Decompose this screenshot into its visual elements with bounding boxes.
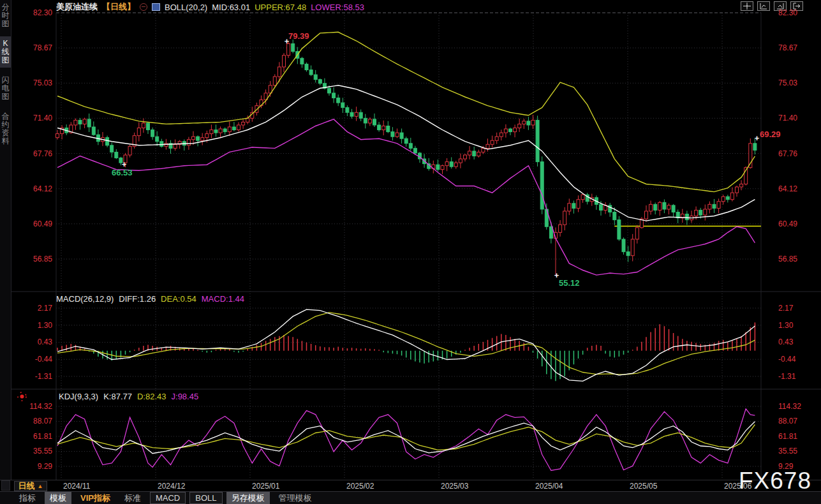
candle-up (355, 112, 358, 116)
candle-up (205, 134, 209, 138)
crosshair-tool-button[interactable] (741, 1, 753, 11)
kdj-marker-icon[interactable] (17, 391, 27, 402)
candle-up (531, 120, 535, 125)
bottom-tab[interactable]: VIP指标 (75, 492, 115, 504)
period-arrow-icon: ▲ (38, 483, 43, 489)
kdj-d-line (57, 425, 755, 450)
candle-down (214, 130, 218, 133)
candle-down (337, 98, 340, 103)
indicator-chart-icon[interactable] (152, 3, 160, 11)
bottom-tab-bar: 指标模板VIP指标标准MACDBOLL另存模板管理模板 (0, 491, 821, 504)
price-axis-label-right: 71.40 (778, 114, 813, 122)
price-axis-label-left: 56.85 (19, 255, 52, 263)
candle-up (464, 155, 467, 159)
bottom-tab[interactable]: BOLL (189, 492, 222, 504)
candle-up (504, 129, 507, 133)
bottom-tab[interactable]: 管理模板 (274, 492, 317, 504)
kdj-axis-label-left: 35.55 (19, 447, 52, 456)
candle-up (396, 133, 399, 137)
price-axis-label-right: 67.76 (778, 149, 813, 158)
candle-down (359, 112, 362, 118)
apr-low-cross-marker: + (553, 271, 560, 280)
candle-up (721, 196, 725, 202)
macd-axis-label-right: 0.43 (778, 337, 813, 346)
period-tag: 【日线】 (102, 1, 135, 13)
candle-down (314, 75, 317, 80)
candle-up (283, 56, 286, 67)
candle-up (459, 159, 462, 163)
macd-panel-header: MACD(26,12,9) DIFF:1.26 DEA:0.54 MACD:1.… (56, 294, 244, 304)
month-label: 2025/05 (630, 482, 657, 491)
candle-down (341, 103, 344, 108)
candle-up (468, 151, 471, 155)
macd-axis-label-right: -0.44 (778, 355, 813, 364)
price-axis-label-right: 78.67 (778, 43, 813, 52)
bottom-tab[interactable]: 另存模板 (226, 492, 270, 504)
candle-down (87, 119, 91, 127)
candle-up (704, 209, 707, 215)
candle-down (160, 142, 163, 147)
bottom-tab[interactable]: 标准 (119, 492, 146, 504)
candle-down (350, 112, 353, 116)
period-label: 日线 (18, 480, 35, 492)
candle-up (83, 119, 86, 124)
candle-up (56, 134, 59, 138)
symbol-name: 美原油连续 (56, 1, 98, 13)
candle-up (368, 119, 371, 123)
candle-down (400, 133, 403, 138)
candle-up (137, 128, 140, 136)
scale-left-button[interactable] (757, 1, 770, 11)
kdj-axis-label-left: 88.07 (19, 417, 52, 426)
price-axis-label-right: 82.30 (778, 8, 813, 17)
price-axis-label-left: 60.49 (19, 219, 52, 228)
sidebar-item-chart-type[interactable]: 合约资料 (0, 109, 11, 149)
price-axis-label-left: 67.76 (19, 149, 52, 158)
candle-up (454, 163, 457, 167)
kdj-axis-label-left: 61.81 (19, 432, 52, 441)
candle-down (622, 239, 625, 252)
boll-mid-line (57, 85, 755, 221)
period-selector[interactable]: 日线 ▲ (14, 481, 47, 491)
month-label: 2025/04 (535, 482, 563, 491)
kdj-axis-label-right: 35.55 (778, 447, 813, 456)
candle-down (78, 120, 82, 124)
sidebar-item-chart-type[interactable]: 闪电图 (0, 73, 11, 104)
bottom-tab[interactable]: 模板 (45, 492, 71, 504)
candle-up (499, 133, 503, 137)
candle-down (450, 162, 453, 167)
candle-down (232, 127, 235, 130)
price-axis-label-right: 60.49 (778, 219, 813, 228)
candle-up (187, 140, 190, 145)
candle-down (106, 138, 109, 145)
candle-up (736, 187, 739, 193)
candle-up (559, 225, 562, 232)
kdj-title: KDJ(9,3,3) (59, 392, 98, 401)
candle-down (685, 214, 688, 220)
candle-down (404, 138, 408, 144)
bottom-tab[interactable]: MACD (150, 492, 186, 504)
bottom-tab[interactable]: 指标 (14, 492, 41, 504)
chart-canvas[interactable] (0, 0, 821, 504)
boll-mid-value: MID:63.01 (212, 3, 250, 12)
candle-down (672, 205, 675, 212)
sidebar-item-chart-type[interactable]: 分时图 (0, 0, 11, 31)
sidebar-item-active[interactable]: K线图 (0, 36, 11, 68)
candle-up (514, 128, 517, 132)
kdj-axis-label-right: 114.32 (778, 402, 813, 411)
candle-up (273, 77, 276, 85)
boll-upper-line (57, 32, 755, 191)
candle-up (237, 125, 240, 130)
candle-down (328, 88, 331, 93)
candle-up (441, 166, 444, 170)
candle-down (663, 202, 666, 209)
candle-up (210, 130, 213, 134)
candle-up (695, 210, 698, 216)
macd-axis-label-right: 2.17 (778, 304, 813, 313)
kdj-k-value: K:87.77 (103, 392, 132, 401)
kdj-axis-label-left: 114.32 (19, 402, 52, 411)
month-label: 2025/01 (252, 482, 279, 491)
kdj-j-value: J:98.45 (172, 392, 199, 401)
collapse-indicator-icon[interactable] (140, 3, 147, 11)
price-axis-label-right: 56.85 (778, 255, 813, 263)
price-axis-label-right: 64.12 (778, 184, 813, 193)
